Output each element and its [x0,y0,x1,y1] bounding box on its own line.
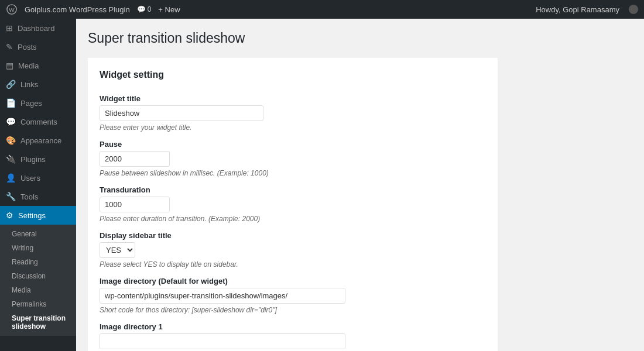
widget-title-input[interactable] [100,105,263,121]
pause-input[interactable] [100,151,170,167]
transduration-label: Transduration [100,185,486,194]
image-dir-default-group: Image directory (Default for widget) Sho… [100,277,486,314]
widget-title-label: Widget title [100,94,486,103]
media-icon: ▤ [6,61,13,70]
image-dir-default-label: Image directory (Default for widget) [100,277,486,285]
media-label: Media [18,61,39,70]
image-dir-default-hint: Short code for thos directory: [super-sl… [100,306,486,314]
transduration-group: Transduration Please enter duration of t… [100,185,486,223]
links-menu-item[interactable]: 🔗 Links [0,75,76,94]
pages-label: Pages [20,99,42,108]
settings-form-wrap: Widget setting Widget title Please enter… [88,58,498,351]
section-title: Widget setting [100,70,486,85]
settings-icon: ⚙ [6,211,13,220]
pause-group: Pause Pause between slideshow in millise… [100,140,486,177]
sidebar-item-reading[interactable]: Reading [0,255,76,269]
svg-text:W: W [9,6,15,13]
settings-label: Settings [18,211,46,220]
sidebar-item-media[interactable]: Media [0,283,76,297]
tools-icon: 🔧 [6,192,16,201]
wp-logo-icon[interactable]: W [6,4,18,15]
settings-menu-item[interactable]: ⚙ Settings [0,206,76,225]
users-label: Users [20,174,40,183]
media-menu-item[interactable]: ▤ Media [0,56,76,75]
sidebar-item-discussion[interactable]: Discussion [0,269,76,283]
site-name[interactable]: Goiplus.com WordPress Plugin [25,5,130,14]
display-sidebar-group: Display sidebar title YES NO Please sele… [100,231,486,269]
image-dir1-label: Image directory 1 [100,322,486,331]
image-dir-default-input[interactable] [100,288,345,304]
dashboard-menu-item[interactable]: ⊞ Dashboard [0,19,76,37]
users-menu-item[interactable]: 👤 Users [0,168,76,187]
pause-hint: Pause between slideshow in millisec. (Ex… [100,169,486,177]
admin-sidebar: ⊞ Dashboard ✎ Posts ▤ Media 🔗 Links 📄 Pa… [0,19,76,351]
posts-label: Posts [18,43,37,51]
display-sidebar-select[interactable]: YES NO [100,242,135,258]
settings-submenu: General Writing Reading Discussion Media… [0,225,76,336]
main-content: Super transition slideshow Widget settin… [76,19,644,351]
comments-icon: 💬 [6,117,16,126]
transduration-input[interactable] [100,197,170,212]
dashboard-icon: ⊞ [6,23,13,33]
pages-menu-item[interactable]: 📄 Pages [0,94,76,112]
tools-label: Tools [20,192,38,201]
new-content-button[interactable]: + New [158,5,180,14]
comments-count: 0 [148,5,152,13]
appearance-icon: 🎨 [6,136,16,145]
pause-label: Pause [100,140,486,149]
sidebar-item-permalinks[interactable]: Permalinks [0,297,76,311]
posts-menu-item[interactable]: ✎ Posts [0,37,76,56]
comments-menu-item[interactable]: 💬 Comments [0,112,76,131]
plugins-label: Plugins [20,155,46,164]
image-dir1-group: Image directory 1 Short code for thos di… [100,322,486,351]
plugins-menu-item[interactable]: 🔌 Plugins [0,150,76,168]
display-sidebar-hint: Please select YES to display title on si… [100,260,486,269]
howdy-text: Howdy, Gopi Ramasamy [536,5,619,14]
posts-icon: ✎ [6,42,13,51]
appearance-label: Appearance [20,136,61,145]
comment-icon: 💬 [137,5,146,13]
sidebar-item-super-transition[interactable]: Super transition slideshow [0,311,76,333]
pages-icon: 📄 [6,98,16,108]
appearance-menu-item[interactable]: 🎨 Appearance [0,131,76,150]
sidebar-item-general[interactable]: General [0,227,76,241]
display-sidebar-label: Display sidebar title [100,231,486,240]
widget-title-hint: Please enter your widget title. [100,123,486,132]
plugins-icon: 🔌 [6,154,16,164]
links-label: Links [20,80,38,89]
comments-count-bubble[interactable]: 💬 0 [137,5,152,13]
widget-title-group: Widget title Please enter your widget ti… [100,94,486,132]
links-icon: 🔗 [6,80,16,89]
image-dir1-input[interactable] [100,333,345,349]
page-title: Super transition slideshow [88,30,632,46]
dashboard-label: Dashboard [18,24,55,33]
tools-menu-item[interactable]: 🔧 Tools [0,187,76,206]
users-icon: 👤 [6,173,16,183]
comments-label: Comments [20,118,57,126]
user-avatar [629,5,638,14]
sidebar-item-writing[interactable]: Writing [0,241,76,255]
transduration-hint: Please enter duration of transition. (Ex… [100,215,486,223]
admin-bar: W Goiplus.com WordPress Plugin 💬 0 + New… [0,0,644,19]
